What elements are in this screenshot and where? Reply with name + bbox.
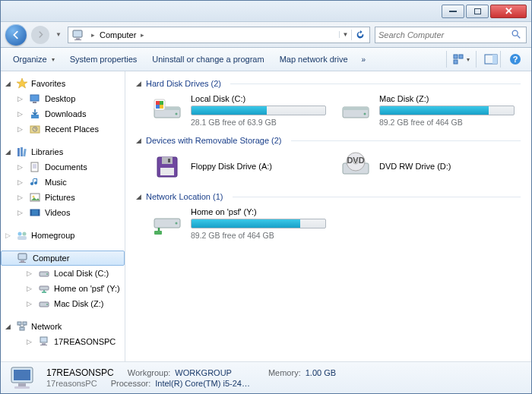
section-header[interactable]: ◢Devices with Removable Storage (2) [136, 136, 521, 145]
details-computer-domain: 17reasonsPC [46, 379, 97, 388]
map-network-drive-button[interactable]: Map network drive [274, 52, 354, 67]
libraries-label: Libraries [31, 147, 63, 156]
section-title: Network Location (1) [146, 192, 223, 201]
sidebar-item-recent-places[interactable]: ▷Recent Places [1, 121, 125, 137]
collapse-icon: ◢ [5, 323, 13, 330]
network-label: Network [31, 322, 62, 331]
toolbar-overflow[interactable]: » [357, 55, 371, 64]
svg-rect-74 [14, 386, 30, 389]
recent-locations-dropdown[interactable]: ▼ [54, 31, 63, 38]
svg-rect-62 [160, 168, 174, 175]
libraries-icon [16, 146, 28, 158]
sidebar-item-downloads[interactable]: ▷Downloads [1, 106, 125, 121]
view-options-button[interactable]: ▾ [446, 51, 477, 68]
address-bar[interactable]: ▸ Computer ▸ ▼ [68, 27, 370, 43]
drive-item[interactable]: Mac Disk (Z:)89.2 GB free of 464 GB [340, 94, 515, 127]
sidebar-item-mac-disk-z-[interactable]: ▷Mac Disk (Z:) [1, 296, 125, 311]
sidebar-item-documents[interactable]: ▷Documents [1, 159, 125, 175]
collapse-icon: ◢ [136, 80, 141, 87]
window-maximize-button[interactable] [466, 5, 489, 18]
window-close-button[interactable]: ✕ [490, 5, 527, 18]
window-minimize-button[interactable] [442, 5, 464, 18]
floppy-icon [151, 151, 183, 183]
svg-rect-2 [74, 39, 81, 40]
expand-icon: ▷ [17, 95, 25, 102]
sidebar-item-pictures[interactable]: ▷Pictures [1, 190, 125, 205]
svg-point-37 [46, 273, 48, 275]
svg-point-51 [176, 112, 178, 115]
system-properties-button[interactable]: System properties [64, 52, 144, 67]
expand-icon: ▷ [17, 178, 25, 186]
svg-text:DVD: DVD [347, 156, 364, 165]
organize-menu[interactable]: Organize [7, 52, 61, 67]
svg-rect-6 [459, 55, 463, 58]
computer-icon [71, 28, 85, 42]
computer-label: Computer [33, 254, 69, 263]
section-header[interactable]: ◢Hard Disk Drives (2) [136, 79, 521, 88]
search-box[interactable] [375, 27, 527, 43]
expand-icon: ▷ [27, 269, 34, 277]
forward-button[interactable] [31, 26, 49, 44]
sidebar-item-local-disk-c-[interactable]: ▷Local Disk (C:) [1, 266, 125, 281]
svg-rect-20 [23, 149, 26, 156]
section-header[interactable]: ◢Network Location (1) [136, 192, 521, 201]
svg-rect-41 [17, 322, 21, 325]
sidebar-item-desktop[interactable]: ▷Desktop [1, 91, 125, 106]
sidebar-item-home-on-psf-y-[interactable]: ▷Home on 'psf' (Y:) [1, 281, 125, 296]
svg-rect-47 [42, 343, 46, 345]
drive-item[interactable]: Home on 'psf' (Y:)89.2 GB free of 464 GB [151, 207, 326, 240]
sidebar-group-libraries[interactable]: ◢ Libraries [1, 144, 125, 159]
expand-icon: ▷ [17, 209, 25, 216]
drive-item[interactable]: Local Disk (C:)28.1 GB free of 63.9 GB [151, 94, 326, 127]
netdrive-icon [151, 208, 183, 240]
svg-rect-32 [17, 236, 27, 240]
hdd-icon [38, 267, 50, 279]
drive-free-text: 89.2 GB free of 464 GB [191, 231, 326, 240]
sidebar-group-favorites[interactable]: ◢ Favorites [1, 76, 125, 91]
drive-name: Home on 'psf' (Y:) [191, 207, 326, 216]
details-pane: 17REASONSPC Workgroup: WORKGROUP Memory:… [1, 361, 531, 393]
sidebar-item-label: 17REASONSPC [54, 337, 116, 346]
svg-rect-70 [154, 231, 162, 235]
expand-icon: ▷ [17, 125, 25, 133]
svg-rect-63 [168, 159, 170, 162]
help-button[interactable]: ? [505, 51, 525, 68]
collapse-icon: ◢ [5, 80, 13, 87]
svg-rect-61 [162, 157, 173, 164]
drive-item[interactable]: Floppy Disk Drive (A:) [151, 151, 326, 183]
refresh-button[interactable] [351, 30, 368, 40]
capacity-bar [379, 106, 515, 115]
back-button[interactable] [5, 24, 27, 46]
sidebar-item-music[interactable]: ▷Music [1, 175, 125, 190]
sidebar-group-homegroup[interactable]: ▷ Homegroup [1, 228, 125, 243]
expand-icon: ▷ [27, 285, 34, 292]
search-input[interactable] [378, 30, 511, 39]
breadcrumb-item[interactable]: Computer [98, 30, 138, 39]
preview-pane-button[interactable] [481, 51, 501, 68]
details-memory-label: Memory: [268, 368, 301, 377]
sidebar-group-network[interactable]: ◢ Network [1, 319, 125, 334]
drive-item[interactable]: DVDDVD RW Drive (D:) [340, 151, 515, 183]
expand-icon: ▷ [27, 300, 34, 307]
svg-rect-58 [343, 107, 369, 110]
breadcrumb-sep-icon: ▸ [88, 31, 98, 39]
drive-name: DVD RW Drive (D:) [379, 162, 515, 171]
svg-rect-5 [454, 55, 458, 58]
section-title: Hard Disk Drives (2) [146, 79, 221, 88]
help-icon: ? [509, 53, 521, 65]
navigation-pane: ◢ Favorites ▷Desktop▷Downloads▷Recent Pl… [1, 71, 125, 361]
svg-point-40 [46, 304, 48, 305]
sidebar-item-videos[interactable]: ▷Videos [1, 205, 125, 220]
forward-arrow-icon [36, 30, 45, 39]
sidebar-item-17reasonspc[interactable]: ▷17REASONSPC [1, 334, 125, 349]
address-dropdown[interactable]: ▼ [339, 31, 351, 38]
sidebar-item-label: Recent Places [45, 125, 99, 134]
sidebar-item-label: Local Disk (C:) [54, 269, 109, 278]
netdrive-icon [38, 282, 50, 295]
breadcrumb-sep-icon[interactable]: ▸ [138, 31, 147, 39]
sidebar-group-computer[interactable]: ◢ Computer [1, 251, 125, 266]
computer-icon [17, 252, 29, 264]
svg-marker-12 [17, 78, 27, 88]
uninstall-program-button[interactable]: Uninstall or change a program [146, 52, 270, 67]
documents-icon [29, 161, 41, 173]
